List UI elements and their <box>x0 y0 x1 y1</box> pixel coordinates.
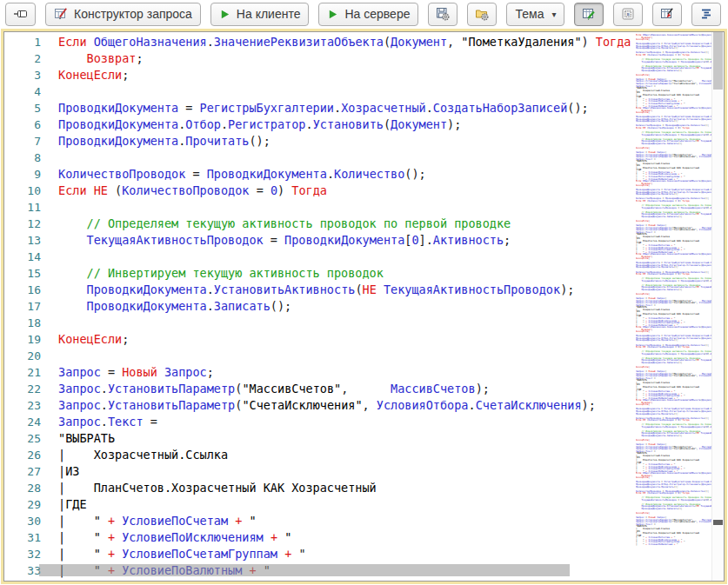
line-number[interactable]: 25 <box>4 430 41 447</box>
line-number[interactable]: 31 <box>4 529 41 546</box>
frame-letter-icon: в <box>621 7 635 21</box>
code-line: ТекущаяАктивностьПроводок = ПроводкиДоку… <box>636 426 711 429</box>
line-number[interactable]: 22 <box>4 381 41 397</box>
chevron-down-icon: ▾ <box>551 10 556 19</box>
code-line[interactable] <box>58 315 635 331</box>
code-line[interactable] <box>58 348 635 364</box>
line-number[interactable]: 2 <box>4 50 41 67</box>
code-line[interactable]: Если ОбщегоНазначения.ЗначениеРеквизитаО… <box>58 34 635 50</box>
line-number[interactable]: 6 <box>4 116 41 133</box>
line-number[interactable]: 8 <box>4 150 41 166</box>
code-line[interactable]: // Определяем текущую активность проводо… <box>58 216 635 232</box>
format-code-button[interactable] <box>691 3 721 26</box>
insert-fragment-button[interactable]: в <box>613 3 643 26</box>
code-line[interactable]: | " + УсловиеПоИсключениям + " <box>58 529 635 546</box>
line-number[interactable]: 13 <box>4 232 41 249</box>
line-number[interactable]: 18 <box>4 315 41 331</box>
code-line[interactable] <box>58 83 635 100</box>
line-number[interactable]: 15 <box>4 265 41 282</box>
line-number[interactable]: 9 <box>4 166 41 183</box>
code-editor-field: 1234567891011121314151617181920212223242… <box>3 31 725 582</box>
code-line[interactable] <box>58 199 635 216</box>
query-constructor-button[interactable]: Конструктор запроса <box>45 3 201 26</box>
table-green-pencil-icon <box>582 7 596 21</box>
code-line: ТекущаяАктивностьПроводок = ПроводкиДоку… <box>636 280 711 283</box>
line-number[interactable]: 33 <box>4 562 41 579</box>
line-number[interactable]: 27 <box>4 463 41 480</box>
code-line: ТекущаяАктивностьПроводок = ПроводкиДоку… <box>636 134 711 136</box>
line-number[interactable]: 26 <box>4 447 41 463</box>
code-line[interactable] <box>58 249 635 265</box>
code-line[interactable]: Запрос = Новый Запрос; <box>58 364 635 381</box>
code-line[interactable]: |ГДЕ <box>58 496 635 513</box>
line-number[interactable]: 20 <box>4 348 41 364</box>
horizontal-scrollbar[interactable] <box>39 564 633 576</box>
code-line[interactable]: ПроводкиДокумента.УстановитьАктивность(Н… <box>58 282 635 298</box>
diskette-gear-icon <box>436 7 450 21</box>
code-line[interactable]: КонецЕсли; <box>58 67 635 83</box>
line-number[interactable]: 30 <box>4 513 41 529</box>
minimap-content: Если ОбщегоНазначения.ЗначениеРеквизитаО… <box>636 32 711 545</box>
code-line[interactable]: |ИЗ <box>58 463 635 480</box>
code-line[interactable]: Запрос.УстановитьПараметр("МассивСчетов"… <box>58 381 635 397</box>
minimap[interactable]: Если ОбщегоНазначения.ЗначениеРеквизитаО… <box>636 32 711 581</box>
line-number[interactable]: 11 <box>4 199 41 216</box>
code-line[interactable]: Возврат; <box>58 50 635 67</box>
theme-dropdown-button[interactable]: Тема ▾ <box>506 3 564 26</box>
code-line: ТекущаяАктивностьПроводок = ПроводкиДоку… <box>636 61 711 63</box>
line-number[interactable]: 29 <box>4 496 41 513</box>
line-number[interactable]: 28 <box>4 480 41 496</box>
code-line[interactable]: ПроводкиДокумента.Прочитать(); <box>58 133 635 150</box>
code-line: ТекущаяАктивностьПроводок = ПроводкиДоку… <box>636 207 711 209</box>
code-line[interactable]: КонецЕсли; <box>58 331 635 348</box>
line-number[interactable]: 14 <box>4 249 41 265</box>
code-line[interactable]: | " + УсловиеПоСчетамГруппам + " <box>58 546 635 562</box>
run-on-client-button[interactable]: На клиенте <box>210 3 310 26</box>
play-icon <box>327 9 338 20</box>
line-number[interactable]: 4 <box>4 83 41 100</box>
edit-table-button[interactable] <box>574 3 604 26</box>
line-number[interactable]: 10 <box>4 183 41 199</box>
line-number[interactable]: 17 <box>4 298 41 315</box>
code-line[interactable]: Если НЕ (КоличествоПроводок = 0) Тогда <box>58 183 635 199</box>
line-number[interactable]: 7 <box>4 133 41 150</box>
code-line[interactable]: | Хозрасчетный.Ссылка <box>58 447 635 463</box>
code-line[interactable]: ПроводкиДокумента.Записать(); <box>58 298 635 315</box>
code-line[interactable]: ПроводкиДокумента.Отбор.Регистратор.Уста… <box>58 116 635 133</box>
code-line[interactable]: ТекущаяАктивностьПроводок = ПроводкиДоку… <box>58 232 635 249</box>
run-on-server-button[interactable]: На сервере <box>318 3 418 26</box>
line-number[interactable]: 3 <box>4 67 41 83</box>
line-number[interactable]: 21 <box>4 364 41 381</box>
horizontal-scrollbar-thumb[interactable] <box>39 564 570 576</box>
vertical-scrollbar-thumb[interactable] <box>713 32 723 90</box>
code-line[interactable]: "ВЫБРАТЬ <box>58 430 635 447</box>
code-line[interactable]: Запрос.Текст = <box>58 414 635 430</box>
code-line: ТекущаяАктивностьПроводок = ПроводкиДоку… <box>636 353 711 356</box>
vertical-scrollbar[interactable] <box>711 32 724 581</box>
open-settings-button[interactable] <box>467 3 497 26</box>
code-line[interactable]: Запрос.УстановитьПараметр("СчетаИсключен… <box>58 397 635 414</box>
line-number[interactable]: 23 <box>4 397 41 414</box>
line-number[interactable]: 12 <box>4 216 41 232</box>
code-line[interactable] <box>58 150 635 166</box>
code-area[interactable]: Если ОбщегоНазначения.ЗначениеРеквизитаО… <box>58 34 635 581</box>
code-line[interactable]: КоличествоПроводок = ПроводкиДокумента.К… <box>58 166 635 183</box>
code-line[interactable]: ПроводкиДокумента = РегистрыБухгалтерии.… <box>58 100 635 116</box>
line-number[interactable]: 1 <box>4 34 41 50</box>
code-line[interactable]: // Инвертируем текущую активность провод… <box>58 265 635 282</box>
play-icon <box>219 9 230 20</box>
line-number[interactable]: 19 <box>4 331 41 348</box>
line-number[interactable]: 16 <box>4 282 41 298</box>
line-number[interactable]: 24 <box>4 414 41 430</box>
line-number[interactable]: 32 <box>4 546 41 562</box>
folder-gear-icon <box>475 7 489 21</box>
line-number[interactable]: 5 <box>4 100 41 116</box>
toolbar: Конструктор запроса На клиенте На сервер… <box>0 0 728 28</box>
paint-table-button[interactable] <box>652 3 682 26</box>
code-line[interactable]: | ПланСчетов.Хозрасчетный КАК Хозрасчетн… <box>58 480 635 496</box>
run-on-client-label: На клиенте <box>237 7 301 21</box>
save-settings-button[interactable] <box>428 3 458 26</box>
line-number-gutter[interactable]: 1234567891011121314151617181920212223242… <box>4 34 41 579</box>
code-line[interactable]: | " + УсловиеПоСчетам + " <box>58 513 635 529</box>
dock-panel-button[interactable] <box>5 3 36 26</box>
